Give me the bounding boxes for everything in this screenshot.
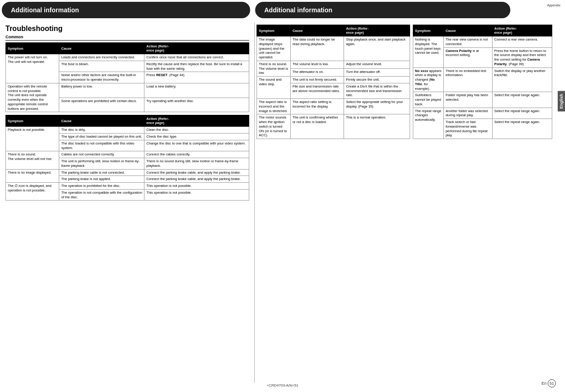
- cause-cell: The disc is dirty.: [59, 127, 144, 134]
- disc-header-symptom: Symptom: [6, 115, 59, 127]
- common-header-symptom: Symptom: [6, 43, 59, 54]
- english-tab: English: [558, 91, 565, 112]
- cause-cell: The volume level is low.: [290, 61, 344, 68]
- cause-cell: Cables are not connected correctly.: [59, 151, 144, 158]
- header-left-banner: Additional information: [2, 2, 250, 18]
- action-cell: Try operating with another disc.: [144, 98, 249, 112]
- right-table1-container: Symptom Cause Action (Refer-ence page) T…: [257, 25, 410, 139]
- cause-cell: The operation is prohibited for the disc…: [59, 183, 144, 190]
- rt1-header-cause: Cause: [290, 25, 344, 36]
- table-row: Subfolders cannot be played back. Folder…: [413, 92, 552, 108]
- symptom-cell: The sound and video skip.: [257, 77, 291, 99]
- cause-cell: The data could no longer be read during …: [290, 36, 344, 61]
- cause-cell: Camera Polarity is at incorrect setting.: [443, 47, 492, 67]
- symptom-cell: The motor sounds when the ignition switc…: [257, 114, 291, 139]
- disc-table: Symptom Cause Action (Refer-ence page) P…: [5, 115, 249, 201]
- table-row: Nothing is displayed. The touch panel ke…: [413, 36, 552, 48]
- symptom-cell: There is no sound.The volume level is lo…: [257, 61, 291, 76]
- action-cell: Adjust the volume level.: [344, 61, 410, 68]
- action-cell: Connect the parking brake cable, and app…: [144, 176, 249, 183]
- action-cell: Select the repeat range again.: [492, 119, 552, 139]
- symptom-cell: There is no sound.The volume level will …: [6, 151, 59, 169]
- action-cell: Connect the parking brake cable, and app…: [144, 169, 249, 176]
- cause-cell: Folder repeat play has been selected.: [443, 92, 492, 108]
- action-cell: Load a new battery.: [144, 83, 249, 98]
- table-row: The motor sounds when the ignition switc…: [257, 114, 410, 139]
- table-row: The power will not turn on.The unit will…: [6, 54, 249, 61]
- right-table2-container: Symptom Cause Action (Refer-ence page) N…: [413, 25, 552, 139]
- common-header-cause: Cause: [59, 43, 144, 54]
- header-right-title: Additional information: [264, 6, 332, 14]
- right-section: Symptom Cause Action (Refer-ence page) T…: [253, 23, 556, 202]
- action-cell: Change the disc to one that is compatibl…: [144, 140, 249, 151]
- cause-cell: The unit is confirming whether or not a …: [290, 114, 344, 139]
- common-label: Common: [5, 35, 249, 41]
- action-cell: This operation is not possible.: [144, 183, 249, 190]
- action-cell: Rectify the cause and then replace the f…: [144, 61, 249, 72]
- table-row: There is no image displayed. The parking…: [6, 169, 249, 176]
- symptom-cell: Playback is not possible.: [6, 127, 59, 151]
- cause-cell: The rear view camera is not connected.: [443, 36, 492, 48]
- cause-cell: The disc loaded is not compatible with t…: [59, 140, 144, 151]
- cause-cell: The unit is not firmly secured.: [290, 77, 344, 83]
- table-row: The repeat range changes automatically. …: [413, 108, 552, 119]
- cause-cell: Noise and/or other factors are causing t…: [59, 72, 144, 83]
- action-cell: Turn the attenuator off.: [344, 68, 410, 76]
- common-header-action: Action (Refer-ence page): [144, 43, 249, 54]
- table-row: The ∅ icon is displayed, and operation i…: [6, 183, 249, 190]
- rt1-header-symptom: Symptom: [257, 25, 291, 36]
- table-row: No xxxx appears when a display is change…: [413, 67, 552, 92]
- cause-cell: Track search or fast forward/reverse was…: [443, 119, 492, 139]
- table-row: Playback is not possible. The disc is di…: [6, 127, 249, 134]
- action-cell: Check the disc type.: [144, 134, 249, 140]
- rt2-header-symptom: Symptom: [413, 25, 443, 36]
- common-table: Symptom Cause Action (Refer-ence page) T…: [5, 42, 249, 112]
- cause-cell: File size and transmission rate are abov…: [290, 83, 344, 98]
- rt2-header-action: Action (Refer-ence page): [492, 25, 552, 36]
- symptom-cell: The repeat range changes automatically.: [413, 108, 443, 139]
- cause-cell: The attenuator is on.: [290, 68, 344, 76]
- symptom-cell: The ∅ icon is displayed, and operation i…: [6, 183, 59, 201]
- disc-header-cause: Cause: [59, 115, 144, 127]
- right-table1: Symptom Cause Action (Refer-ence page) T…: [257, 25, 410, 139]
- symptom-cell: The aspect ratio is incorrect and the im…: [257, 99, 291, 114]
- action-cell: Press the home button to return to the s…: [492, 47, 552, 67]
- action-cell: Select the appropriate setting for your …: [344, 99, 410, 114]
- cause-cell: Battery power is low.: [59, 83, 144, 98]
- left-section: Troubleshooting Common Symptom Cause Act…: [0, 23, 253, 202]
- table-row: Operation with the remote control is not…: [6, 83, 249, 98]
- action-cell: This is a normal operation.: [344, 114, 410, 139]
- page-number-area: En 51: [541, 379, 556, 387]
- action-cell: Select the repeat range again.: [492, 108, 552, 119]
- action-cell: Connect a rear view camera.: [492, 36, 552, 48]
- symptom-cell: No xxxx appears when a display is change…: [413, 67, 443, 92]
- cause-cell: The unit is performing still, slow motio…: [59, 158, 144, 170]
- symptom-cell: Operation with the remote control is not…: [6, 83, 59, 112]
- action-cell: Stop playback once, and start playback a…: [344, 36, 410, 61]
- action-cell: Confirm once more that all connections a…: [144, 54, 249, 61]
- action-cell: Press RESET. (Page 44): [144, 72, 249, 83]
- cause-cell: The parking brake cable is not connected…: [59, 169, 144, 176]
- action-cell: Switch the display or play another track…: [492, 67, 552, 92]
- symptom-cell: The image displayed stops (pauses) and t…: [257, 36, 291, 61]
- page-label: En: [541, 381, 548, 386]
- rt1-header-action: Action (Refer-ence page): [344, 25, 410, 36]
- rt2-header-cause: Cause: [443, 25, 492, 36]
- action-cell: Connect the cables correctly.: [144, 151, 249, 158]
- table-row: The image displayed stops (pauses) and t…: [257, 36, 410, 61]
- cause-cell: Another folder was selected during repea…: [443, 108, 492, 119]
- action-cell: Clean the disc.: [144, 127, 249, 134]
- troubleshooting-title: Troubleshooting: [5, 25, 249, 33]
- appendix-label: Appendix: [547, 4, 560, 7]
- cause-cell: Some operations are prohibited with cert…: [59, 98, 144, 112]
- bottom-code: <CRD4703-A/N>51: [267, 383, 298, 387]
- header-right-banner: Additional information: [255, 2, 510, 18]
- action-cell: This operation is not possible.: [144, 189, 249, 201]
- cause-cell: Leads and connectors are incorrectly con…: [59, 54, 144, 61]
- symptom-cell: Nothing is displayed. The touch panel ke…: [413, 36, 443, 68]
- table-row: The aspect ratio is incorrect and the im…: [257, 99, 410, 114]
- cause-cell: The type of disc loaded cannot be played…: [59, 134, 144, 140]
- cause-cell: There is no embedded text information.: [443, 67, 492, 92]
- table-row: There is no sound.The volume level will …: [6, 151, 249, 158]
- symptom-cell: The power will not turn on.The unit will…: [6, 54, 59, 83]
